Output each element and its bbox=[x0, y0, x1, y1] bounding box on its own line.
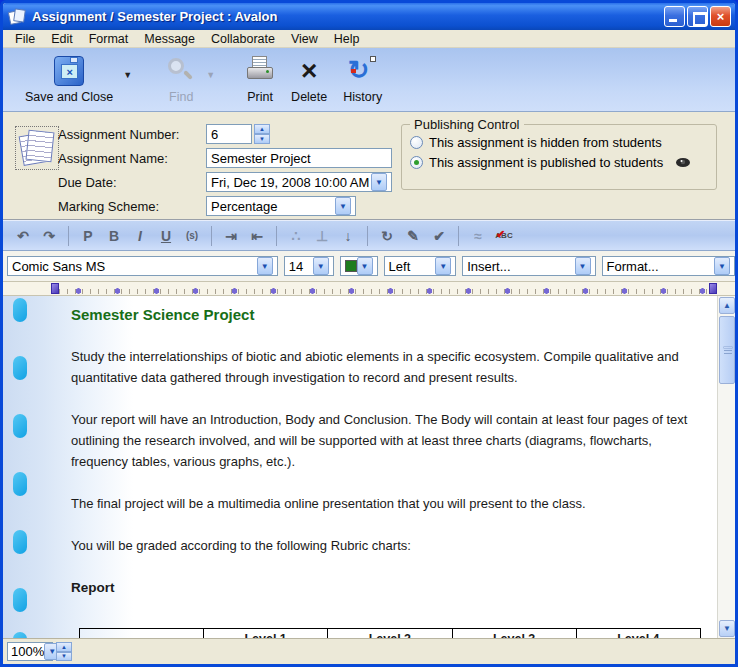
due-date-combobox[interactable]: Fri, Dec 19, 2008 10:00 AM ▼ bbox=[206, 172, 392, 192]
assignment-number-stepper[interactable]: ▲▼ bbox=[254, 124, 270, 144]
table-header-cell: Level 2 bbox=[328, 629, 452, 639]
format-select[interactable]: Format... ▼ bbox=[602, 256, 735, 276]
find-button[interactable]: Find bbox=[160, 52, 202, 106]
ruler-track bbox=[59, 282, 709, 294]
insert-chevron-icon[interactable]: ▼ bbox=[575, 257, 591, 275]
save-and-close-button[interactable]: × Save and Close bbox=[19, 52, 119, 106]
insert-select[interactable]: Insert... ▼ bbox=[462, 256, 595, 276]
marking-scheme-label: Marking Scheme: bbox=[58, 199, 206, 214]
indent-decrease-icon[interactable]: ⇤ bbox=[245, 224, 269, 248]
ruler[interactable] bbox=[3, 282, 735, 296]
save-dropdown-arrow-icon[interactable]: ▼ bbox=[123, 70, 132, 80]
vertical-scrollbar[interactable]: ▲ ▼ bbox=[717, 296, 735, 638]
redo-icon[interactable]: ↷ bbox=[37, 224, 61, 248]
document-area[interactable]: Semester Science Project Study the inter… bbox=[3, 296, 735, 638]
ruler-right-margin-marker[interactable] bbox=[709, 283, 717, 294]
formatting-toolbar: ↶ ↷ P B I U (s) ⇥ ⇤ ∴ ⊥ ↓ ↻ ✎ ✔ ≈ ABC ✔ bbox=[3, 220, 735, 251]
table-header-cell: Level 3 bbox=[452, 629, 576, 639]
pencil-icon[interactable]: ✎ bbox=[401, 224, 425, 248]
publishing-control-legend: Publishing Control bbox=[410, 117, 524, 132]
assignment-number-field[interactable]: 6 bbox=[206, 124, 252, 144]
font-size-select[interactable]: 14 ▼ bbox=[284, 256, 334, 276]
close-button[interactable]: × bbox=[710, 6, 731, 27]
publishing-control-group: Publishing Control This assignment is hi… bbox=[401, 124, 717, 190]
binder-hole-icon bbox=[13, 298, 27, 322]
assignment-name-field[interactable]: Semester Project bbox=[206, 148, 392, 168]
history-label: History bbox=[343, 90, 382, 104]
align-select[interactable]: Left ▼ bbox=[384, 256, 457, 276]
binder-hole-icon bbox=[13, 414, 27, 438]
rotate-icon[interactable]: ↻ bbox=[375, 224, 399, 248]
menu-help[interactable]: Help bbox=[326, 31, 368, 47]
zoom-stepper[interactable]: ▲▼ bbox=[56, 642, 72, 661]
app-window: Assignment / Semester Project : Avalon ×… bbox=[0, 0, 738, 667]
move-down-icon[interactable]: ↓ bbox=[336, 224, 360, 248]
align-chevron-icon[interactable]: ▼ bbox=[435, 257, 451, 275]
binder-hole-icon bbox=[13, 530, 27, 554]
save-and-close-label: Save and Close bbox=[25, 90, 113, 104]
save-icon: × bbox=[54, 54, 84, 88]
ruler-left-margin-marker[interactable] bbox=[51, 283, 59, 294]
menu-bar: File Edit Format Message Collaborate Vie… bbox=[3, 30, 735, 48]
strikethrough-icon[interactable]: (s) bbox=[180, 224, 204, 248]
assignment-number-label: Assignment Number: bbox=[58, 127, 206, 142]
font-color-chevron-icon[interactable]: ▼ bbox=[357, 257, 373, 275]
indent-increase-icon[interactable]: ⇥ bbox=[219, 224, 243, 248]
due-date-label: Due Date: bbox=[58, 175, 206, 190]
font-color-select[interactable]: ▼ bbox=[340, 256, 378, 276]
underline-icon[interactable]: U bbox=[154, 224, 178, 248]
delete-label: Delete bbox=[291, 90, 327, 104]
published-radio[interactable] bbox=[410, 156, 423, 169]
menu-format[interactable]: Format bbox=[81, 31, 137, 47]
binder-hole-icon bbox=[13, 588, 27, 612]
bold-icon[interactable]: B bbox=[102, 224, 126, 248]
undo-icon[interactable]: ↶ bbox=[11, 224, 35, 248]
scroll-up-icon[interactable]: ▲ bbox=[719, 297, 735, 314]
main-toolbar: × Save and Close ▼ Find ▼ Print × Delete… bbox=[3, 48, 735, 112]
binder-hole-icon bbox=[13, 356, 27, 380]
font-name-chevron-icon[interactable]: ▼ bbox=[257, 257, 273, 275]
find-label: Find bbox=[169, 90, 193, 104]
plain-text-icon[interactable]: P bbox=[76, 224, 100, 248]
due-date-chevron-icon[interactable]: ▼ bbox=[371, 173, 387, 191]
scroll-down-icon[interactable]: ▼ bbox=[719, 620, 735, 637]
maximize-button[interactable] bbox=[687, 6, 708, 27]
paragraph: You will be graded according to the foll… bbox=[71, 535, 707, 556]
zoom-level-select[interactable]: 100% ▼ bbox=[7, 642, 53, 661]
document-body[interactable]: Semester Science Project Study the inter… bbox=[71, 304, 707, 638]
font-name-select[interactable]: Comic Sans MS ▼ bbox=[7, 256, 278, 276]
assignment-form: Assignment Number: 6 ▲▼ Assignment Name:… bbox=[3, 112, 735, 220]
font-size-chevron-icon[interactable]: ▼ bbox=[313, 257, 329, 275]
margin-icon[interactable]: ⊥ bbox=[310, 224, 334, 248]
scrollbar-thumb[interactable] bbox=[719, 316, 735, 384]
assignment-stack-icon[interactable] bbox=[15, 126, 59, 170]
history-button[interactable]: ↻ History bbox=[337, 52, 388, 106]
italic-icon[interactable]: I bbox=[128, 224, 152, 248]
published-radio-label: This assignment is published to students bbox=[429, 155, 663, 170]
eye-icon bbox=[675, 157, 691, 168]
spellcheck-icon[interactable]: ABC ✔ bbox=[492, 224, 516, 248]
menu-message[interactable]: Message bbox=[136, 31, 203, 47]
find-dropdown-arrow-icon[interactable]: ▼ bbox=[206, 70, 215, 80]
approve-icon[interactable]: ✔ bbox=[427, 224, 451, 248]
font-toolbar: Comic Sans MS ▼ 14 ▼ ▼ Left ▼ Insert... … bbox=[3, 251, 735, 282]
window-title: Assignment / Semester Project : Avalon bbox=[32, 9, 664, 24]
font-color-swatch bbox=[345, 260, 357, 272]
assignment-name-label: Assignment Name: bbox=[58, 151, 206, 166]
marking-scheme-select[interactable]: Percentage ▼ bbox=[206, 196, 356, 216]
signature-icon[interactable]: ≈ bbox=[466, 224, 490, 248]
document-title: Semester Science Project bbox=[71, 304, 707, 325]
menu-file[interactable]: File bbox=[7, 31, 43, 47]
marking-scheme-chevron-icon[interactable]: ▼ bbox=[335, 197, 351, 215]
hidden-radio[interactable] bbox=[410, 136, 423, 149]
minimize-button[interactable] bbox=[664, 6, 685, 27]
menu-edit[interactable]: Edit bbox=[43, 31, 81, 47]
menu-view[interactable]: View bbox=[283, 31, 326, 47]
tab-stop-icon[interactable]: ∴ bbox=[284, 224, 308, 248]
menu-collaborate[interactable]: Collaborate bbox=[203, 31, 283, 47]
delete-button[interactable]: × Delete bbox=[285, 52, 333, 106]
format-chevron-icon[interactable]: ▼ bbox=[714, 257, 730, 275]
printer-icon bbox=[245, 54, 275, 88]
table-header-cell: Level 4 bbox=[576, 629, 700, 639]
print-button[interactable]: Print bbox=[239, 52, 281, 106]
